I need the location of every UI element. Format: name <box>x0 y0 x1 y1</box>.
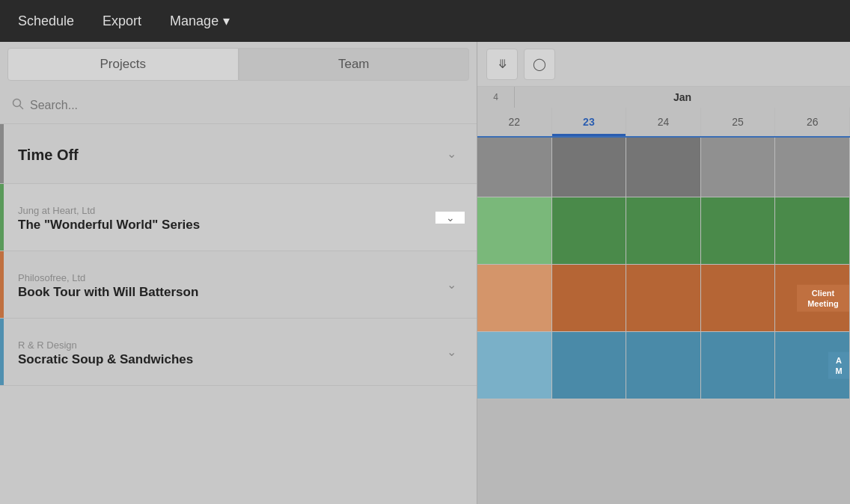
rr-client: R & R Design <box>18 339 438 351</box>
cal-cell-jung-26 <box>775 197 850 264</box>
cal-row-timeoff <box>477 138 850 197</box>
cal-cell-philo-23 <box>552 265 627 331</box>
am-label: A M <box>828 351 849 379</box>
week-number: 4 <box>477 87 515 108</box>
calendar-grid: Client Meeting A M <box>477 138 850 504</box>
search-icon <box>12 98 24 113</box>
philo-name: Book Tour with Will Batterson <box>18 285 438 300</box>
tabs-row: Projects Team <box>0 42 477 87</box>
day-24[interactable]: 24 <box>626 108 701 136</box>
left-panel: Projects Team Time Off ⌄ <box>0 42 477 504</box>
day-25[interactable]: 25 <box>701 108 776 136</box>
cal-cell-jung-25 <box>701 197 776 264</box>
main-container: Projects Team Time Off ⌄ <box>0 42 850 504</box>
svg-line-1 <box>20 105 23 108</box>
cal-cell-philo-26: Client Meeting <box>775 265 850 331</box>
philo-chevron[interactable]: ⌄ <box>438 271 465 298</box>
cal-cell-philo-24 <box>626 265 701 331</box>
accent-timeoff <box>0 124 4 183</box>
jung-chevron-wrap[interactable]: ⌄ <box>435 212 465 224</box>
cal-cell-timeoff-22 <box>477 138 552 197</box>
chevron-down-icon: ⌄ <box>446 212 455 224</box>
accent-philo <box>0 251 4 318</box>
chevron-down-icon: ▾ <box>223 13 230 29</box>
nav-schedule[interactable]: Schedule <box>15 7 77 35</box>
chevron-down-icon: ⌄ <box>447 345 456 359</box>
calendar-date-header: 4 Jan 22 23 24 25 26 <box>477 87 850 138</box>
cal-cell-jung-23 <box>552 197 627 264</box>
timeoff-chevron[interactable]: ⌄ <box>438 141 465 168</box>
top-nav: Schedule Export Manage ▾ <box>0 0 850 42</box>
philo-content: Philosofree, Ltd Book Tour with Will Bat… <box>12 269 438 300</box>
day-23[interactable]: 23 <box>552 108 627 136</box>
cal-cell-philo-22 <box>477 265 552 331</box>
day-22[interactable]: 22 <box>477 108 552 136</box>
tab-team[interactable]: Team <box>239 48 470 81</box>
right-panel: ⤋ ◯ 4 Jan 22 23 24 25 26 <box>477 42 850 504</box>
cal-cell-rr-23 <box>552 332 627 399</box>
jung-name: The "Wonderful World" Series <box>18 218 435 233</box>
nav-manage[interactable]: Manage ▾ <box>167 7 233 35</box>
jung-content: Jung at Heart, Ltd The "Wonderful World"… <box>12 202 435 233</box>
day-26[interactable]: 26 <box>775 108 850 136</box>
search-row <box>0 87 477 124</box>
philo-client: Philosofree, Ltd <box>18 272 438 283</box>
client-meeting-label: Client Meeting <box>797 284 849 312</box>
cal-row-jung <box>477 197 850 265</box>
cal-cell-rr-24 <box>626 332 701 399</box>
cal-cell-timeoff-23 <box>552 138 627 197</box>
cal-cell-philo-25 <box>701 265 776 331</box>
search-input[interactable] <box>30 99 465 112</box>
accent-jung <box>0 184 4 251</box>
calendar-header-top: ⤋ ◯ <box>477 42 850 87</box>
rr-name: Socratic Soup & Sandwiches <box>18 352 438 367</box>
calendar-days-row: 22 23 24 25 26 <box>477 108 850 136</box>
cal-cell-jung-24 <box>626 197 701 264</box>
rr-chevron[interactable]: ⌄ <box>438 339 465 366</box>
month-label: Jan <box>515 91 850 103</box>
clock-button[interactable]: ◯ <box>524 49 555 80</box>
row-philo: Philosofree, Ltd Book Tour with Will Bat… <box>0 251 477 319</box>
calendar-week-label: 4 Jan <box>477 87 850 108</box>
double-chevron-button[interactable]: ⤋ <box>486 49 518 80</box>
cal-cell-timeoff-25 <box>701 138 776 197</box>
cal-cell-jung-22 <box>477 197 552 264</box>
double-chevron-icon: ⤋ <box>498 57 507 71</box>
chevron-down-icon: ⌄ <box>447 147 456 161</box>
row-jung: Jung at Heart, Ltd The "Wonderful World"… <box>0 184 477 251</box>
cal-cell-timeoff-24 <box>626 138 701 197</box>
rr-content: R & R Design Socratic Soup & Sandwiches <box>12 336 438 367</box>
tab-projects[interactable]: Projects <box>7 48 239 81</box>
timeoff-name: Time Off <box>18 147 438 164</box>
cal-cell-rr-26: A M <box>775 332 850 399</box>
timeoff-content: Time Off <box>12 144 438 164</box>
nav-export[interactable]: Export <box>100 7 144 35</box>
cal-cell-rr-22 <box>477 332 552 399</box>
cal-cell-timeoff-26 <box>775 138 850 197</box>
cal-cell-rr-25 <box>701 332 776 399</box>
accent-rr <box>0 319 4 385</box>
chevron-down-icon: ⌄ <box>447 277 456 292</box>
row-rr: R & R Design Socratic Soup & Sandwiches … <box>0 319 477 386</box>
clock-icon: ◯ <box>533 57 546 71</box>
row-timeoff: Time Off ⌄ <box>0 124 477 184</box>
cal-row-rr: A M <box>477 332 850 399</box>
cal-row-philo: Client Meeting <box>477 265 850 332</box>
jung-client: Jung at Heart, Ltd <box>18 205 435 216</box>
